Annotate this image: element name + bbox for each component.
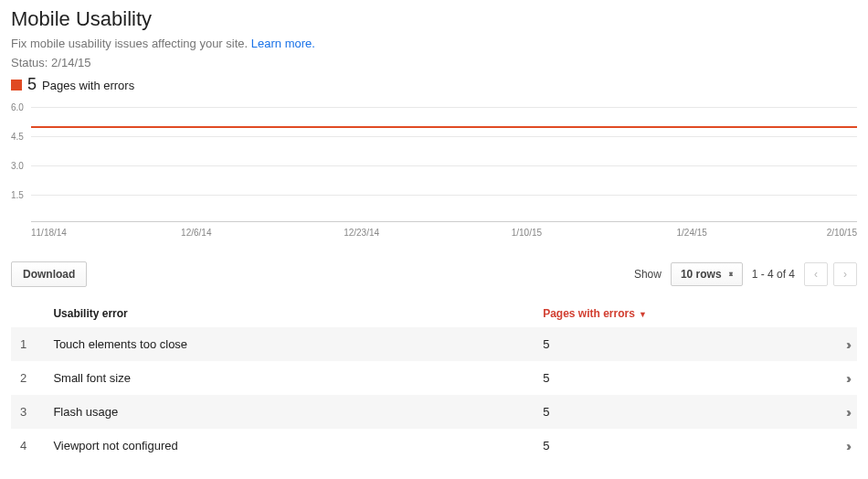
chevron-double-right-icon[interactable]: ›› bbox=[846, 438, 848, 453]
sort-desc-icon: ▼ bbox=[639, 310, 647, 319]
page-subtitle: Fix mobile usability issues affecting yo… bbox=[11, 37, 857, 50]
y-tick: 3.0 bbox=[11, 161, 29, 171]
row-index: 2 bbox=[11, 361, 44, 395]
status-label: Status: bbox=[11, 56, 51, 69]
pager: Show 10 rows ▴▾ 1 - 4 of 4 ‹ › bbox=[634, 262, 857, 286]
chevron-left-icon: ‹ bbox=[814, 268, 818, 281]
row-index: 3 bbox=[11, 395, 44, 429]
next-page-button[interactable]: › bbox=[833, 262, 857, 286]
row-error: Flash usage bbox=[44, 395, 534, 429]
row-index: 4 bbox=[11, 429, 44, 463]
download-button[interactable]: Download bbox=[11, 261, 87, 287]
x-tick: 1/10/15 bbox=[512, 228, 542, 238]
error-summary: 5 Pages with errors bbox=[11, 75, 857, 94]
show-label: Show bbox=[634, 268, 662, 281]
grid-line bbox=[31, 195, 857, 196]
col-action-header bbox=[810, 300, 857, 327]
status-value: 2/14/15 bbox=[51, 56, 90, 69]
y-tick: 6.0 bbox=[11, 102, 29, 112]
row-error: Touch elements too close bbox=[44, 327, 534, 361]
row-pages: 5 bbox=[534, 327, 810, 361]
grid-line bbox=[31, 136, 857, 137]
col-index-header bbox=[11, 300, 44, 327]
col-pages-header-label: Pages with errors bbox=[543, 307, 635, 320]
col-pages-header[interactable]: Pages with errors▼ bbox=[534, 300, 810, 327]
chevron-right-icon: › bbox=[843, 268, 847, 281]
chevron-double-right-icon[interactable]: ›› bbox=[846, 336, 848, 352]
rows-select-value: 10 rows bbox=[681, 268, 722, 281]
row-index: 1 bbox=[11, 327, 44, 361]
x-tick: 11/18/14 bbox=[31, 228, 67, 238]
row-pages: 5 bbox=[534, 429, 810, 463]
subtitle-text: Fix mobile usability issues affecting yo… bbox=[11, 37, 251, 50]
x-axis: 11/18/14 12/6/14 12/23/14 1/10/15 1/24/1… bbox=[31, 228, 857, 244]
rows-select[interactable]: 10 rows ▴▾ bbox=[671, 262, 743, 286]
error-count: 5 bbox=[27, 75, 37, 94]
chevron-double-right-icon[interactable]: ›› bbox=[846, 370, 848, 386]
x-tick: 1/24/15 bbox=[677, 228, 707, 238]
status-line: Status: 2/14/15 bbox=[11, 56, 857, 69]
page-range: 1 - 4 of 4 bbox=[752, 268, 795, 281]
table-row[interactable]: 1 Touch elements too close 5 ›› bbox=[11, 327, 857, 361]
learn-more-link[interactable]: Learn more. bbox=[251, 37, 315, 50]
chart-series-line bbox=[31, 126, 857, 128]
error-count-label: Pages with errors bbox=[42, 79, 134, 92]
col-error-header[interactable]: Usability error bbox=[44, 300, 534, 327]
x-tick: 12/23/14 bbox=[344, 228, 379, 238]
y-tick: 1.5 bbox=[11, 190, 29, 200]
row-pages: 5 bbox=[534, 395, 810, 429]
y-tick: 4.5 bbox=[11, 132, 29, 142]
chart: 6.0 4.5 3.0 1.5 11/18/14 12/6/14 12/23/1… bbox=[11, 103, 857, 245]
row-error: Viewport not configured bbox=[44, 429, 534, 463]
errors-table: Usability error Pages with errors▼ 1 Tou… bbox=[11, 300, 857, 463]
x-tick: 12/6/14 bbox=[181, 228, 211, 238]
x-tick: 2/10/15 bbox=[827, 228, 857, 238]
grid-line bbox=[31, 165, 857, 166]
table-row[interactable]: 3 Flash usage 5 ›› bbox=[11, 395, 857, 429]
page-title: Mobile Usability bbox=[11, 7, 857, 31]
error-swatch-icon bbox=[11, 80, 22, 90]
prev-page-button[interactable]: ‹ bbox=[804, 262, 828, 286]
chevron-double-right-icon[interactable]: ›› bbox=[846, 404, 848, 420]
chart-plot-area bbox=[31, 103, 857, 222]
table-row[interactable]: 2 Small font size 5 ›› bbox=[11, 361, 857, 395]
grid-line bbox=[31, 107, 857, 108]
row-error: Small font size bbox=[44, 361, 534, 395]
row-pages: 5 bbox=[534, 361, 810, 395]
table-row[interactable]: 4 Viewport not configured 5 ›› bbox=[11, 429, 857, 463]
table-controls: Download Show 10 rows ▴▾ 1 - 4 of 4 ‹ › bbox=[11, 261, 857, 287]
